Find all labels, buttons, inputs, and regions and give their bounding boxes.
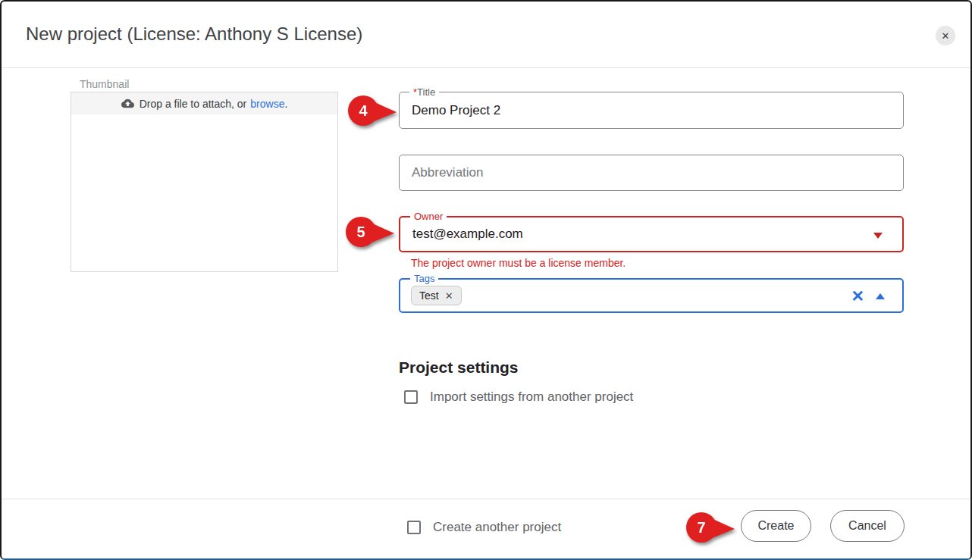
create-another-checkbox[interactable]	[407, 521, 421, 534]
owner-error-message: The project owner must be a license memb…	[411, 257, 626, 269]
thumbnail-label: Thumbnail	[80, 78, 129, 90]
owner-dropdown-caret-icon[interactable]	[873, 233, 883, 239]
cancel-button[interactable]: Cancel	[830, 510, 905, 542]
project-settings-heading: Project settings	[399, 358, 519, 377]
abbreviation-input[interactable]	[400, 155, 903, 190]
drop-text: Drop a file to attach, or	[140, 98, 247, 110]
cloud-upload-icon	[121, 97, 134, 110]
owner-field-value[interactable]: test@example.com	[400, 217, 902, 251]
title-field[interactable]: *Title Demo Project 2	[399, 92, 904, 129]
footer-divider	[2, 499, 970, 499]
import-settings-label: Import settings from another project	[430, 389, 633, 405]
import-settings-row: Import settings from another project	[404, 389, 633, 405]
annotation-number: 5	[356, 224, 365, 240]
tags-clear-icon[interactable]: ✕	[851, 286, 864, 307]
title-field-value[interactable]: Demo Project 2	[400, 92, 903, 128]
tag-chip-remove-icon[interactable]: ✕	[445, 290, 453, 302]
thumbnail-dropzone[interactable]: Drop a file to attach, or browse .	[71, 92, 338, 272]
annotation-arrow-4: 4	[346, 93, 398, 129]
tags-collapse-caret-icon[interactable]	[876, 293, 885, 299]
create-button[interactable]: Create	[741, 510, 811, 542]
browse-link[interactable]: browse	[250, 98, 284, 110]
drop-text-suffix: .	[284, 98, 287, 110]
owner-field[interactable]: Owner test@example.com	[399, 216, 904, 252]
tag-chip[interactable]: Test ✕	[411, 286, 462, 305]
create-another-label: Create another project	[433, 520, 561, 535]
annotation-arrow-7: 7	[685, 510, 736, 546]
dialog-title: New project (License: Anthony S License)	[26, 23, 362, 45]
import-settings-checkbox[interactable]	[404, 390, 418, 404]
new-project-dialog: New project (License: Anthony S License)…	[0, 0, 972, 560]
close-icon: ✕	[942, 30, 950, 42]
annotation-arrow-5: 5	[344, 214, 396, 250]
tags-field[interactable]: Tags Test ✕ ✕	[399, 278, 904, 313]
abbreviation-field[interactable]	[399, 155, 904, 191]
annotation-number: 7	[697, 519, 705, 536]
header-divider	[2, 67, 970, 68]
title-field-label: *Title	[409, 86, 439, 98]
thumbnail-drop-bar: Drop a file to attach, or browse .	[71, 92, 337, 114]
close-button[interactable]: ✕	[936, 26, 955, 45]
annotation-number: 4	[359, 102, 368, 119]
tag-chip-label: Test	[419, 289, 439, 302]
create-another-row: Create another project	[407, 520, 561, 535]
owner-field-label: Owner	[410, 211, 447, 222]
tags-field-label: Tags	[410, 273, 438, 284]
